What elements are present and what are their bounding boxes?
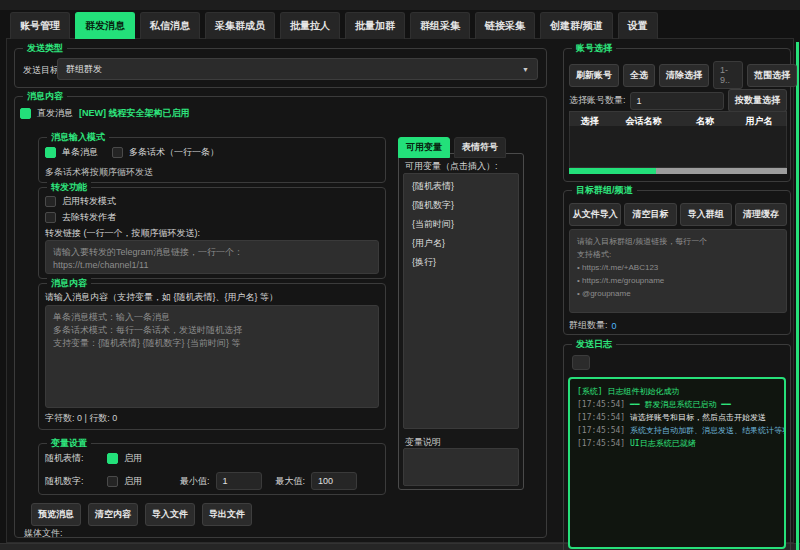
tab-settings[interactable]: 设置 [618, 12, 658, 39]
tab-link-collect[interactable]: 链接采集 [475, 12, 535, 39]
variable-item-time[interactable]: {当前时间} [404, 215, 518, 234]
message-content-legend: 消息内容 [23, 91, 67, 102]
chevron-down-icon: ▼ [522, 66, 529, 73]
random-emoji-checkbox[interactable] [107, 453, 118, 464]
input-mode-hint: 多条话术将按顺序循环发送 [45, 166, 153, 179]
target-buttons-row: 从文件导入 清空目标 导入群组 清理缓存 [569, 203, 787, 226]
account-buttons-row: 刷新账号 全选 清除选择 1-9.. 范围选择 [569, 61, 797, 89]
message-input-textarea[interactable]: 单条消息模式：输入一条消息 多条话术模式：每行一条话术，发送时随机选择 支持变量… [45, 305, 379, 408]
multi-script-checkbox[interactable] [112, 147, 123, 158]
random-number-label: 随机数字: [45, 475, 101, 488]
input-mode-options: 单条消息 多条话术（一行一条） [45, 146, 219, 159]
select-all-button[interactable]: 全选 [623, 64, 655, 87]
tab-bulk-message[interactable]: 群发消息 [75, 12, 135, 39]
send-log-section: 发送日志 [系统] 日志组件初始化成功 [17:45:54] ━━ 群发消息系统… [563, 344, 791, 550]
message-stats: 字符数: 0 | 行数: 0 [45, 412, 117, 425]
random-emoji-label: 随机表情: [45, 452, 101, 465]
new-badge: [NEW] 线程安全架构已启用 [79, 107, 190, 120]
tab-bar: 账号管理 群发消息 私信消息 采集群成员 批量拉人 批量加群 群组采集 链接采集… [10, 12, 658, 39]
clean-cache-button[interactable]: 清理缓存 [735, 203, 787, 226]
range-select-button[interactable]: 范围选择 [747, 64, 797, 87]
variable-desc-box [403, 448, 519, 486]
tab-account-management[interactable]: 账号管理 [10, 12, 70, 39]
single-message-label: 单条消息 [62, 146, 98, 159]
log-option-checkbox[interactable] [572, 355, 590, 370]
tab-emoji[interactable]: 表情符号 [454, 137, 506, 158]
import-groups-button[interactable]: 导入群组 [680, 203, 732, 226]
preview-message-button[interactable]: 预览消息 [31, 503, 81, 526]
tab-group-collect[interactable]: 群组采集 [410, 12, 470, 39]
variable-settings-section: 变量设置 随机表情: 启用 随机数字: 启用 最小值: 1 最大值: 100 [38, 443, 386, 495]
max-input[interactable]: 100 [311, 472, 357, 490]
multi-script-label: 多条话术（一行一条） [129, 146, 219, 159]
variable-list: {随机表情} {随机数字} {当前时间} {用户名} {换行} [403, 173, 519, 429]
send-target-select[interactable]: 群组群发 ▼ [57, 58, 538, 80]
account-count-label: 选择账号数量: [569, 94, 626, 107]
variable-item-username[interactable]: {用户名} [404, 234, 518, 253]
message-action-buttons: 预览消息 清空内容 导入文件 导出文件 [31, 503, 252, 526]
forward-remove-author-row: 去除转发作者 [45, 211, 116, 224]
send-type-section: 发送类型 发送目标: 群组群发 ▼ [14, 48, 547, 88]
account-count-input[interactable]: 1 [630, 92, 724, 110]
clear-content-button[interactable]: 清空内容 [88, 503, 138, 526]
send-log-legend: 发送日志 [572, 339, 616, 350]
forward-legend: 转发功能 [47, 182, 91, 193]
variable-settings-legend: 变量设置 [47, 438, 91, 449]
direct-message-row: 直发消息 [NEW] 线程安全架构已启用 [20, 107, 190, 120]
direct-message-label: 直发消息 [37, 107, 73, 120]
right-edge-accent [796, 42, 799, 550]
account-count-row: 选择账号数量: 1 按数量选择 [569, 89, 787, 112]
input-mode-legend: 消息输入模式 [47, 132, 109, 143]
max-label: 最大值: [276, 475, 306, 488]
account-progress [569, 168, 787, 174]
random-number-enable-label: 启用 [124, 475, 142, 488]
tab-create-group[interactable]: 创建群/频道 [540, 12, 613, 39]
direct-message-checkbox[interactable] [20, 108, 31, 119]
variable-item-number[interactable]: {随机数字} [404, 196, 518, 215]
random-number-checkbox[interactable] [107, 476, 118, 487]
target-groups-section: 目标群组/频道 从文件导入 清空目标 导入群组 清理缓存 请输入目标群组/频道链… [563, 190, 791, 335]
media-file-label: 媒体文件: [24, 527, 63, 540]
group-count-row: 群组数量: 0 [569, 319, 617, 332]
tab-bulk-join[interactable]: 批量加群 [345, 12, 405, 39]
variable-item-newline[interactable]: {换行} [404, 253, 518, 272]
window-titlebar [0, 0, 800, 10]
variable-panel-tabs: 可用变量 表情符号 [398, 137, 506, 158]
tab-private-message[interactable]: 私信消息 [140, 12, 200, 39]
range-input[interactable]: 1-9.. [713, 61, 743, 89]
import-from-file-button[interactable]: 从文件导入 [569, 203, 621, 226]
single-message-checkbox[interactable] [45, 147, 56, 158]
send-target-value: 群组群发 [66, 63, 102, 76]
refresh-accounts-button[interactable]: 刷新账号 [569, 64, 619, 87]
log-line: [17:45:54] UI日志系统已就绪 [577, 437, 777, 450]
variable-panel: 可用变量（点击插入）: {随机表情} {随机数字} {当前时间} {用户名} {… [398, 153, 524, 490]
export-file-button[interactable]: 导出文件 [202, 503, 252, 526]
variable-item-emoji[interactable]: {随机表情} [404, 177, 518, 196]
clear-selection-button[interactable]: 清除选择 [659, 64, 709, 87]
message-input-legend: 消息内容 [47, 278, 91, 289]
log-line: [17:45:54] 请选择账号和目标，然后点击开始发送 [577, 411, 777, 424]
import-file-button[interactable]: 导入文件 [145, 503, 195, 526]
random-emoji-row: 随机表情: 启用 [45, 452, 142, 465]
forward-section: 转发功能 启用转发模式 去除转发作者 转发链接 (一行一个，按顺序循环发送): … [38, 187, 386, 279]
forward-enable-checkbox[interactable] [45, 196, 56, 207]
forward-enable-label: 启用转发模式 [62, 195, 116, 208]
remove-author-label: 去除转发作者 [62, 211, 116, 224]
variable-panel-label: 可用变量（点击插入）: [405, 160, 498, 173]
account-table-body[interactable] [569, 126, 787, 168]
remove-author-checkbox[interactable] [45, 212, 56, 223]
clear-targets-button[interactable]: 清空目标 [624, 203, 676, 226]
log-output[interactable]: [系统] 日志组件初始化成功 [17:45:54] ━━ 群发消息系统已启动 ━… [568, 377, 786, 549]
log-line: [17:45:54] 系统支持自动加群、消息发送、结果统计等功能 [577, 424, 777, 437]
account-progress-fill [569, 168, 656, 174]
min-input[interactable]: 1 [216, 472, 262, 490]
random-emoji-enable-label: 启用 [124, 452, 142, 465]
tab-bulk-invite[interactable]: 批量拉人 [280, 12, 340, 39]
select-by-count-button[interactable]: 按数量选择 [728, 89, 787, 112]
forward-enable-row: 启用转发模式 [45, 195, 116, 208]
tab-available-variables[interactable]: 可用变量 [398, 137, 450, 158]
tab-collect-members[interactable]: 采集群成员 [205, 12, 275, 39]
forward-links-textarea[interactable]: 请输入要转发的Telegram消息链接，一行一个： https://t.me/c… [45, 240, 379, 274]
target-groups-textarea[interactable]: 请输入目标群组/频道链接，每行一个 支持格式: • https://t.me/+… [569, 229, 787, 313]
min-label: 最小值: [180, 475, 210, 488]
